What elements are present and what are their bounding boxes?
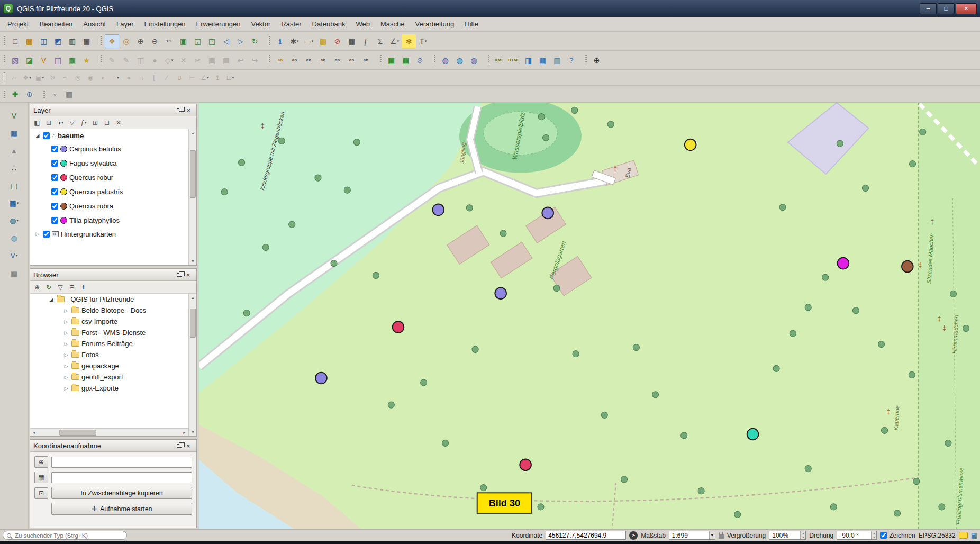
render-checkbox[interactable] xyxy=(880,532,887,539)
scroll-right-icon[interactable]: ► xyxy=(180,429,188,436)
layer-visibility-checkbox[interactable] xyxy=(51,203,58,210)
geocoding-icon[interactable]: ◍ xyxy=(452,53,467,67)
zoom-in-icon[interactable]: ⊕ xyxy=(133,34,148,48)
save-project-as-icon[interactable]: ◩ xyxy=(51,34,65,48)
minimize-button[interactable]: – xyxy=(920,3,937,14)
map-tips-icon[interactable]: ✻ xyxy=(402,34,416,48)
scrollbar-thumb[interactable] xyxy=(59,430,96,436)
close-panel-button[interactable]: × xyxy=(184,441,193,450)
open-data-source-manager-icon[interactable]: ▧ xyxy=(8,53,22,67)
osm-place-search-icon[interactable]: ◍ xyxy=(467,53,481,67)
crs-status[interactable]: EPSG:25832 xyxy=(919,532,956,539)
add-group-icon[interactable]: ⊞ xyxy=(43,117,55,128)
browser-hscrollbar[interactable]: ◄ ► xyxy=(30,428,188,436)
browser-folder[interactable]: ▷Fotos xyxy=(30,349,188,360)
plugin-tool-icon[interactable]: ⊛ xyxy=(22,87,37,101)
menu-masche[interactable]: Masche xyxy=(375,18,410,30)
scrollbar-thumb[interactable] xyxy=(190,309,196,338)
expand-all-icon[interactable]: ⊞ xyxy=(89,117,101,128)
pan-to-selection-icon[interactable]: ◎ xyxy=(119,34,133,48)
close-panel-button[interactable]: × xyxy=(184,106,193,114)
rotate-label-icon[interactable]: ab xyxy=(344,53,359,67)
html-tools-icon[interactable]: HTML xyxy=(506,53,521,67)
maximize-button[interactable]: □ xyxy=(938,3,955,14)
layer-group-baeume[interactable]: ◢ ∴ baeume xyxy=(30,129,188,142)
float-panel-button[interactable] xyxy=(174,270,184,279)
filter-by-expression-icon[interactable]: ƒ▾ xyxy=(78,117,89,128)
zoom-to-layer-icon[interactable]: ◳ xyxy=(205,34,219,48)
messages-icon[interactable] xyxy=(959,532,968,539)
browser-folder[interactable]: ▷gpx-Exporte xyxy=(30,383,188,394)
scroll-down-icon[interactable]: ▼ xyxy=(189,257,196,265)
browser-folder[interactable]: ▷geopackage xyxy=(30,360,188,371)
collapse-all-browser-icon[interactable]: ⊟ xyxy=(66,282,78,293)
menu-raster[interactable]: Raster xyxy=(276,18,306,30)
change-label-properties-icon[interactable]: ab xyxy=(359,53,373,67)
collapse-arrow-icon[interactable]: ▷ xyxy=(63,352,69,358)
browser-folder[interactable]: ▷Beide Biotope - Docs xyxy=(30,305,188,316)
new-project-icon[interactable]: □ xyxy=(8,34,22,48)
layer-visibility-checkbox[interactable] xyxy=(51,146,58,152)
layer-legend-item[interactable]: Fagus sylvatica xyxy=(30,156,188,170)
layer-legend-item[interactable]: Quercus palustris xyxy=(30,185,188,199)
close-button[interactable]: × xyxy=(956,3,977,14)
layer-scrollbar[interactable]: ▲ ▼ xyxy=(188,129,196,265)
layer-group-hintergrundkarten[interactable]: ▷ Hintergrundkarten xyxy=(30,228,188,240)
layer-legend-item[interactable]: Tilia platyphyllos xyxy=(30,213,188,228)
statistics-icon[interactable]: Σ xyxy=(373,34,387,48)
chevron-down-icon[interactable]: ▾ xyxy=(29,76,31,80)
close-panel-button[interactable]: × xyxy=(184,270,193,279)
zoom-native-icon[interactable]: 1:1 xyxy=(162,34,176,48)
spinner-arrows-icon[interactable]: ▴▾ xyxy=(800,531,805,539)
layer-legend-item[interactable]: Quercus robur xyxy=(30,170,188,185)
new-virtual-layer-icon[interactable]: ▦ xyxy=(65,53,79,67)
refresh-browser-icon[interactable]: ↻ xyxy=(43,282,55,293)
zoom-full-icon[interactable]: ▣ xyxy=(176,34,190,48)
style-manager-icon[interactable]: ★ xyxy=(79,53,94,67)
add-wms-layer-icon[interactable]: ◍▾ xyxy=(7,214,21,228)
text-annotation-icon[interactable]: T▾ xyxy=(416,34,430,48)
chevron-down-icon[interactable]: ▾ xyxy=(709,531,715,539)
select-features-icon[interactable]: ▭▾ xyxy=(302,34,316,48)
expand-arrow-icon[interactable]: ◢ xyxy=(48,297,55,302)
zoom-out-icon[interactable]: ⊖ xyxy=(148,34,162,48)
metasearch-icon[interactable]: ◍ xyxy=(438,53,452,67)
locator-input[interactable] xyxy=(14,532,123,539)
menu-layer[interactable]: Layer xyxy=(111,18,139,30)
pin-labels-icon[interactable]: ab xyxy=(302,53,316,67)
scroll-left-icon[interactable]: ◄ xyxy=(30,429,38,436)
offline-editing-icon[interactable]: ▦ xyxy=(384,53,398,67)
track-mouse-button[interactable]: ⊡ xyxy=(34,487,48,499)
spreadsheet-layers-icon[interactable]: ▥ xyxy=(550,53,564,67)
rotation-spin[interactable]: -90,0 ° ▴▾ xyxy=(837,531,877,540)
browser-folder[interactable]: ▷Forst - WMS-Dienste xyxy=(30,327,188,338)
add-raster-layer-icon[interactable]: ▦ xyxy=(7,126,21,140)
chevron-down-icon[interactable]: ▾ xyxy=(297,39,299,43)
run-feature-action-icon[interactable]: ✱▾ xyxy=(287,34,302,48)
collapse-arrow-icon[interactable]: ▷ xyxy=(63,308,69,313)
add-delimited-text-layer-icon[interactable]: ▤ xyxy=(7,179,21,193)
extent-toggle-icon[interactable]: ➤ xyxy=(629,531,638,540)
menu-erweiterungen[interactable]: Erweiterungen xyxy=(191,18,246,30)
layer-diagram-options-icon[interactable]: ab xyxy=(287,53,302,67)
new-spatialite-layer-icon[interactable]: ◫ xyxy=(51,53,65,67)
layer-visibility-checkbox[interactable] xyxy=(51,174,58,181)
layer-visibility-checkbox[interactable] xyxy=(51,217,58,224)
add-wcs-layer-icon[interactable]: ◍ xyxy=(7,231,21,245)
chevron-down-icon[interactable]: ▾ xyxy=(312,39,314,43)
start-capture-button[interactable]: ✛ Aufnahme starten xyxy=(51,503,192,515)
float-panel-button[interactable] xyxy=(174,441,184,450)
filter-browser-icon[interactable]: ▽ xyxy=(55,282,66,293)
new-shapefile-layer-icon[interactable]: V xyxy=(37,53,51,67)
add-wfs-layer-icon[interactable]: V▾ xyxy=(7,249,21,262)
browser-folder[interactable]: ▷geotiff_export xyxy=(30,371,188,383)
render-toggle[interactable]: Zeichnen xyxy=(880,532,915,539)
chevron-down-icon[interactable]: ▾ xyxy=(17,201,19,205)
pan-map-icon[interactable]: ❖ xyxy=(105,34,119,48)
chevron-down-icon[interactable]: ▾ xyxy=(85,121,87,125)
menu-vektor[interactable]: Vektor xyxy=(246,18,276,30)
highlight-pinned-labels-icon[interactable]: ab xyxy=(316,53,330,67)
chevron-down-icon[interactable]: ▾ xyxy=(397,39,400,43)
chevron-down-icon[interactable]: ▾ xyxy=(425,39,427,43)
select-by-value-icon[interactable]: ▤ xyxy=(316,34,330,48)
